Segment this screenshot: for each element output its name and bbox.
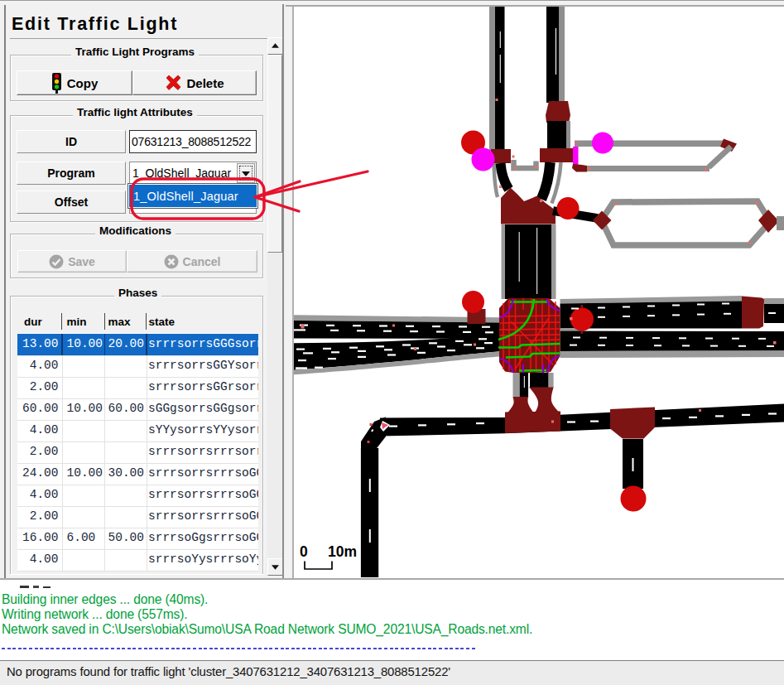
svg-text:10m: 10m (328, 543, 357, 560)
svg-text:0: 0 (300, 543, 308, 560)
